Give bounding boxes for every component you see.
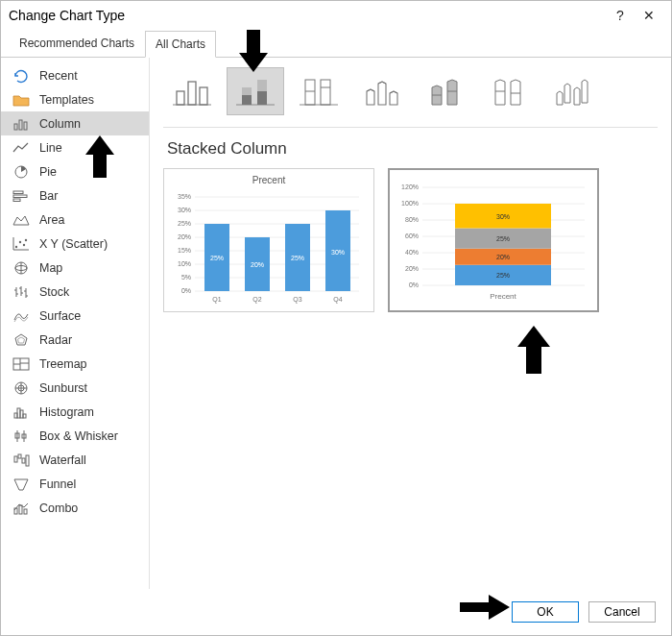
sidebar-item-pie[interactable]: Pie (1, 159, 149, 183)
svg-rect-63 (321, 80, 330, 105)
sidebar-item-stock[interactable]: Stock (1, 280, 149, 304)
svg-rect-50 (24, 509, 27, 514)
xtick: Q3 (293, 296, 301, 304)
ytick: 0% (181, 287, 191, 294)
data-label: 30% (496, 213, 510, 220)
svg-rect-44 (18, 454, 21, 458)
sidebar-item-label: Radar (39, 333, 72, 347)
ytick: 40% (405, 249, 419, 256)
sidebar-item-line[interactable]: Line (1, 135, 149, 159)
window-title: Change Chart Type (9, 8, 125, 23)
ytick: 35% (178, 193, 191, 200)
data-label: 25% (291, 255, 304, 261)
sidebar-item-label: Combo (39, 501, 78, 515)
box-whisker-icon (12, 428, 30, 444)
ok-button[interactable]: OK (512, 601, 579, 623)
subtype-3d-stacked-column[interactable] (417, 67, 474, 115)
svg-rect-54 (200, 87, 207, 105)
preview-title: Precent (172, 175, 366, 185)
subtype-3d-column[interactable] (543, 67, 601, 115)
data-label: 25% (210, 255, 224, 261)
subtype-3d-clustered-column[interactable] (353, 67, 411, 115)
data-label: 25% (496, 272, 510, 279)
ytick: 100% (401, 200, 419, 207)
svg-rect-0 (14, 124, 17, 130)
sidebar-item-label: Column (39, 117, 81, 131)
svg-rect-46 (26, 455, 29, 466)
sidebar-item-combo[interactable]: Combo (1, 496, 149, 520)
sidebar-item-label: Box & Whisker (39, 429, 118, 443)
sidebar-item-radar[interactable]: Radar (1, 328, 149, 352)
sidebar-item-histogram[interactable]: Histogram (1, 400, 149, 424)
main-panel: Stacked Column Precent 0% 5% 10% 15% 20%… (150, 58, 671, 589)
sidebar-item-sunburst[interactable]: Sunburst (1, 376, 149, 400)
ytick: 60% (405, 232, 419, 239)
subtype-100-stacked-column[interactable] (290, 67, 348, 115)
sidebar-item-label: Bar (39, 189, 58, 203)
svg-rect-6 (13, 199, 20, 202)
svg-rect-61 (305, 80, 315, 105)
sidebar-item-label: Treemap (39, 357, 87, 371)
stock-icon (12, 284, 30, 300)
svg-point-8 (19, 240, 21, 242)
svg-rect-57 (242, 87, 252, 95)
sidebar-item-label: Stock (39, 285, 69, 299)
ytick: 20% (405, 265, 419, 272)
xtick: Q4 (333, 296, 342, 304)
change-chart-type-dialog: Change Chart Type ? ✕ Recommended Charts… (0, 0, 672, 636)
cancel-button[interactable]: Cancel (588, 601, 656, 623)
ytick: 20% (178, 233, 191, 240)
close-button[interactable]: ✕ (635, 8, 663, 23)
sidebar-item-label: Surface (39, 309, 81, 323)
sidebar-item-bar[interactable]: Bar (1, 183, 149, 208)
ytick: 120% (401, 183, 419, 190)
subtype-clustered-column[interactable] (163, 67, 221, 115)
pie-icon (12, 164, 30, 180)
sidebar-item-label: Funnel (39, 477, 76, 491)
map-icon (12, 260, 30, 276)
preview-clustered-column[interactable]: Precent 0% 5% 10% 15% 20% 25% 30% 35% (163, 168, 374, 312)
data-label: 20% (496, 254, 510, 260)
sidebar-item-recent[interactable]: Recent (1, 63, 149, 87)
preview-stacked-column[interactable]: 0% 20% 40% 60% 80% 100% 120% (388, 168, 599, 312)
help-button[interactable]: ? (606, 8, 635, 23)
sidebar-item-label: Waterfall (39, 453, 86, 467)
sidebar-item-templates[interactable]: Templates (1, 87, 149, 111)
sidebar-item-column[interactable]: Column (1, 111, 149, 135)
sidebar-item-area[interactable]: Area (1, 208, 149, 232)
sidebar-item-funnel[interactable]: Funnel (1, 472, 149, 496)
sidebar-item-surface[interactable]: Surface (1, 304, 149, 328)
svg-rect-49 (19, 505, 22, 514)
sidebar-item-label: Pie (39, 165, 57, 179)
svg-rect-38 (23, 414, 26, 418)
sidebar-item-label: Recent (39, 69, 78, 83)
sidebar-item-waterfall[interactable]: Waterfall (1, 448, 149, 472)
dialog-footer: OK Cancel (1, 589, 671, 635)
sidebar-item-box-whisker[interactable]: Box & Whisker (1, 424, 149, 448)
ytick: 25% (178, 220, 191, 227)
svg-marker-47 (14, 479, 28, 490)
svg-point-7 (15, 245, 17, 247)
sidebar-item-map[interactable]: Map (1, 256, 149, 280)
subtype-stacked-column[interactable] (227, 67, 284, 115)
scatter-icon (12, 236, 30, 252)
sidebar-item-label: Area (39, 213, 64, 227)
svg-rect-1 (19, 120, 22, 130)
tab-all-charts[interactable]: All Charts (145, 31, 216, 58)
preview-row: Precent 0% 5% 10% 15% 20% 25% 30% 35% (163, 168, 658, 312)
data-label: 20% (251, 261, 264, 268)
data-label: 25% (496, 235, 510, 242)
svg-marker-26 (18, 337, 25, 343)
subtype-3d-100-stacked-column[interactable] (480, 67, 538, 115)
sidebar-item-treemap[interactable]: Treemap (1, 352, 149, 376)
xtick: Q1 (212, 296, 221, 304)
line-icon (12, 140, 30, 156)
xtick: Precent (490, 292, 516, 301)
titlebar: Change Chart Type ? ✕ (1, 1, 671, 30)
tab-recommended-charts[interactable]: Recommended Charts (9, 30, 145, 57)
column-icon (12, 116, 30, 132)
ytick: 15% (178, 247, 191, 254)
svg-rect-43 (14, 456, 17, 462)
recent-icon (12, 68, 30, 84)
sidebar-item-scatter[interactable]: X Y (Scatter) (1, 232, 149, 256)
